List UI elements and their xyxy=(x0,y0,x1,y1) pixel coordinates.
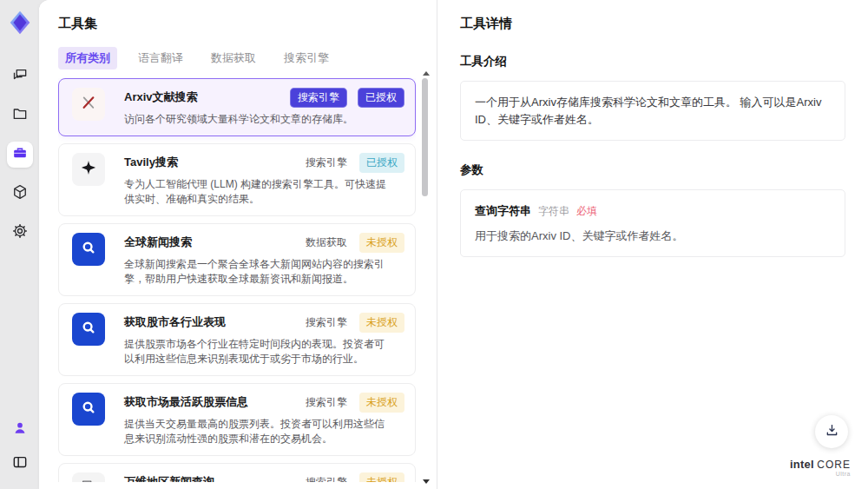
nav-toolbox[interactable] xyxy=(7,142,33,168)
category-tab[interactable]: 数据获取 xyxy=(204,47,263,69)
tool-logo xyxy=(72,153,105,186)
rail-bottom xyxy=(7,417,33,477)
nav-files[interactable] xyxy=(7,102,33,129)
tool-badges: 搜索引擎 未授权 xyxy=(304,313,404,333)
tool-status-badge: 未授权 xyxy=(359,472,404,482)
tool-category-badge: 搜索引擎 xyxy=(304,393,349,413)
tool-list-panel: 工具集 所有类别语言翻译数据获取搜索引擎 Arxiv文献搜索 搜索引擎 已授权 xyxy=(39,0,437,489)
tool-category-badge: 数据获取 xyxy=(304,233,349,253)
tool-logo xyxy=(72,472,105,482)
brand-sub-text: Ultra xyxy=(790,471,851,478)
tool-card-body: 万维地区新闻查询 搜索引擎 未授权 查询具体行政区划内的新闻，快速了解各地新闻动… xyxy=(124,472,404,482)
brand-intel-text: intel xyxy=(790,458,814,471)
tool-card-body: Tavily搜索 搜索引擎 已授权 专为人工智能代理 (LLM) 构建的搜索引擎… xyxy=(124,153,404,207)
tavily-star-icon xyxy=(79,158,98,181)
tool-name: 获取股市各行业表现 xyxy=(124,313,304,330)
tool-card[interactable]: Tavily搜索 搜索引擎 已授权 专为人工智能代理 (LLM) 构建的搜索引擎… xyxy=(58,143,416,216)
intro-box: 一个用于从Arxiv存储库搜索科学论文和文章的工具。 输入可以是Arxiv ID… xyxy=(460,81,845,141)
tool-card-body: 全球新闻搜索 数据获取 未授权 全球新闻搜索是一个聚合全球各大新闻网站内容的搜索… xyxy=(124,233,404,287)
briefcase-icon xyxy=(11,144,29,165)
app-window: 工具集 所有类别语言翻译数据获取搜索引擎 Arxiv文献搜索 搜索引擎 已授权 xyxy=(0,0,868,489)
arxiv-logo-icon xyxy=(79,93,98,116)
gear-icon xyxy=(11,222,29,243)
folder-icon xyxy=(11,105,29,126)
tool-card[interactable]: 获取股市各行业表现 搜索引擎 未授权 提供股票市场各个行业在特定时间段内的表现。… xyxy=(58,303,416,376)
blue-search-logo-icon xyxy=(79,318,98,340)
tool-category-badge: 搜索引擎 xyxy=(304,313,349,333)
tool-badges: 搜索引擎 未授权 xyxy=(304,393,404,413)
tool-list: Arxiv文献搜索 搜索引擎 已授权 访问各个研究领域大量科学论文和文章的存储库… xyxy=(58,78,416,482)
tool-description: 访问各个研究领域大量科学论文和文章的存储库。 xyxy=(124,112,391,127)
param-header: 查询字符串 字符串 必填 xyxy=(475,202,831,220)
tool-logo xyxy=(72,393,105,426)
scroll-down-arrow-icon[interactable] xyxy=(423,479,430,484)
blue-search-logo-icon xyxy=(79,238,98,261)
page-title: 工具集 xyxy=(58,16,437,32)
param-description: 用于搜索的Arxiv ID、关键字或作者姓名。 xyxy=(475,228,831,245)
blue-search-logo-icon xyxy=(79,398,98,420)
nav-collapse-panel[interactable] xyxy=(7,451,33,477)
brand-core-text: CORE xyxy=(817,459,851,471)
tool-status-badge: 已授权 xyxy=(359,153,404,173)
param-required-badge: 必填 xyxy=(576,203,597,219)
tool-description: 全球新闻搜索是一个聚合全球各大新闻网站内容的搜索引擎，帮助用户快速获取全球最新资… xyxy=(124,257,391,287)
tool-description: 提供当天交易量最高的股票列表。投资者可以利用这些信息来识别流动性强的股票和潜在的… xyxy=(124,417,391,446)
tool-name: 全球新闻搜索 xyxy=(124,233,304,250)
tool-description: 提供股票市场各个行业在特定时间段内的表现。投资者可以利用这些信息来识别表现优于或… xyxy=(124,337,391,367)
download-icon xyxy=(824,422,840,442)
tool-badges: 搜索引擎 已授权 xyxy=(290,88,404,108)
params-section-title: 参数 xyxy=(460,162,845,178)
tool-logo xyxy=(72,313,105,346)
category-tabs: 所有类别语言翻译数据获取搜索引擎 xyxy=(58,47,437,69)
tool-card[interactable]: 万维地区新闻查询 搜索引擎 未授权 查询具体行政区划内的新闻，快速了解各地新闻动… xyxy=(58,463,416,482)
nav-chat[interactable] xyxy=(7,63,33,89)
download-button[interactable] xyxy=(815,415,848,448)
tool-details-panel: 工具详情 工具介绍 一个用于从Arxiv存储库搜索科学论文和文章的工具。 输入可… xyxy=(437,0,868,489)
category-tab[interactable]: 搜索引擎 xyxy=(277,47,336,69)
scrollbar-thumb[interactable] xyxy=(422,78,428,196)
tool-card[interactable]: Arxiv文献搜索 搜索引擎 已授权 访问各个研究领域大量科学论文和文章的存储库… xyxy=(58,78,416,136)
tool-category-badge: 搜索引擎 xyxy=(304,472,349,482)
param-box: 查询字符串 字符串 必填 用于搜索的Arxiv ID、关键字或作者姓名。 xyxy=(460,189,845,257)
tool-logo xyxy=(72,233,105,266)
tool-status-badge: 未授权 xyxy=(359,233,404,253)
user-icon xyxy=(11,420,29,440)
tool-name: Arxiv文献搜索 xyxy=(124,88,290,105)
tool-status-badge: 已授权 xyxy=(358,88,404,108)
content-shell: 工具集 所有类别语言翻译数据获取搜索引擎 Arxiv文献搜索 搜索引擎 已授权 xyxy=(39,0,868,489)
rail-nav xyxy=(7,63,33,246)
tool-card-body: Arxiv文献搜索 搜索引擎 已授权 访问各个研究领域大量科学论文和文章的存储库… xyxy=(124,88,404,127)
tool-status-badge: 未授权 xyxy=(359,313,404,333)
param-type: 字符串 xyxy=(538,203,569,219)
details-title: 工具详情 xyxy=(460,16,845,32)
category-tab[interactable]: 语言翻译 xyxy=(131,47,190,69)
newspaper-icon xyxy=(79,478,98,482)
chat-icon xyxy=(11,66,29,87)
nav-models[interactable] xyxy=(7,181,33,207)
param-name: 查询字符串 xyxy=(475,202,531,220)
cube-icon xyxy=(11,183,29,204)
tool-description: 专为人工智能代理 (LLM) 构建的搜索引擎工具。可快速提供实时、准确和真实的结… xyxy=(124,177,391,207)
app-logo-icon xyxy=(5,8,35,37)
tool-category-badge: 搜索引擎 xyxy=(290,88,347,108)
tool-badges: 搜索引擎 未授权 xyxy=(304,472,404,482)
intro-text: 一个用于从Arxiv存储库搜索科学论文和文章的工具。 输入可以是Arxiv ID… xyxy=(475,96,821,126)
tool-name: 获取市场最活跃股票信息 xyxy=(124,393,304,410)
tool-name: 万维地区新闻查询 xyxy=(124,472,304,482)
scroll-up-arrow-icon[interactable] xyxy=(423,71,430,76)
panel-toggle-icon xyxy=(11,453,29,474)
tool-logo xyxy=(72,88,105,121)
tool-card[interactable]: 全球新闻搜索 数据获取 未授权 全球新闻搜索是一个聚合全球各大新闻网站内容的搜索… xyxy=(58,223,416,296)
tool-status-badge: 未授权 xyxy=(359,393,404,413)
nav-account[interactable] xyxy=(7,417,33,443)
tool-badges: 搜索引擎 已授权 xyxy=(304,153,404,173)
tool-badges: 数据获取 未授权 xyxy=(304,233,404,253)
tool-name: Tavily搜索 xyxy=(124,153,304,170)
category-tab[interactable]: 所有类别 xyxy=(58,47,117,69)
nav-settings[interactable] xyxy=(7,220,33,246)
left-rail xyxy=(0,0,39,489)
tool-card[interactable]: 获取市场最活跃股票信息 搜索引擎 未授权 提供当天交易量最高的股票列表。投资者可… xyxy=(58,383,416,456)
list-scrollbar[interactable] xyxy=(422,71,429,484)
tool-card-body: 获取市场最活跃股票信息 搜索引擎 未授权 提供当天交易量最高的股票列表。投资者可… xyxy=(124,393,404,446)
tool-card-body: 获取股市各行业表现 搜索引擎 未授权 提供股票市场各个行业在特定时间段内的表现。… xyxy=(124,313,404,367)
